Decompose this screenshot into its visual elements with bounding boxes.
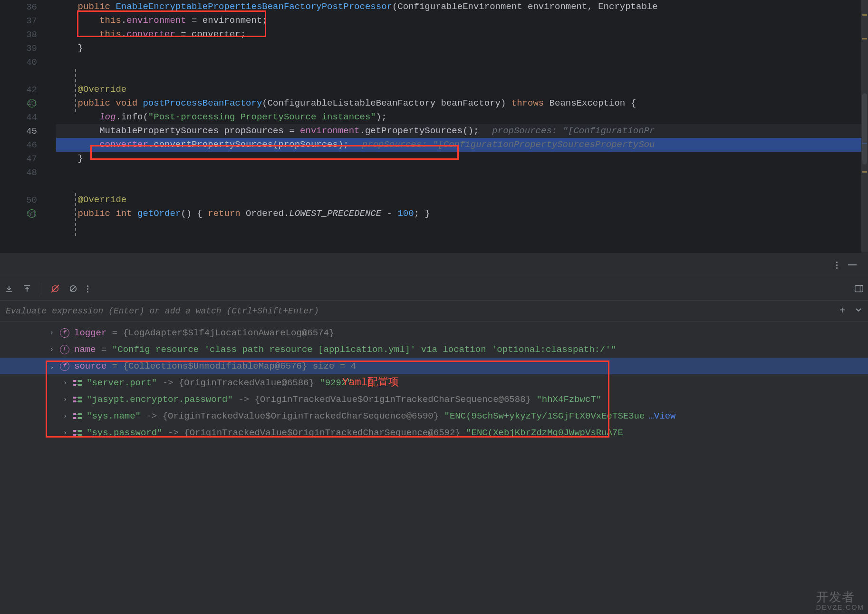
line-number[interactable]: 48 xyxy=(0,166,37,179)
code-editor[interactable]: 3637383940424344454647485051 public Enab… xyxy=(0,0,868,253)
variable-row[interactable]: ›"jasypt.encryptor.password" -> {OriginT… xyxy=(0,391,868,408)
layout-icon[interactable] xyxy=(855,284,863,293)
code-line[interactable]: @Override xyxy=(56,193,868,207)
variable-row[interactable]: ›fname = "Config resource 'class path re… xyxy=(0,341,868,358)
variables-tree[interactable]: ›flogger = {LogAdapter$Slf4jLocationAwar… xyxy=(0,322,868,441)
download-stack-icon[interactable] xyxy=(5,284,13,293)
field-badge-icon: f xyxy=(60,345,69,354)
add-watch-icon[interactable]: + xyxy=(839,305,845,316)
annotation-label: Yaml配置项 xyxy=(342,375,399,389)
svg-rect-12 xyxy=(73,417,76,419)
variable-text: name = "Config resource 'class path reso… xyxy=(74,344,616,355)
code-line[interactable]: this.converter = converter; xyxy=(56,28,868,41)
code-line[interactable]: @Override xyxy=(56,83,868,97)
mute-all-icon[interactable] xyxy=(69,284,77,293)
code-line[interactable]: public EnableEncryptablePropertiesBeanFa… xyxy=(56,0,868,14)
svg-rect-18 xyxy=(78,434,82,436)
minimize-icon[interactable] xyxy=(848,264,857,265)
line-number[interactable]: 38 xyxy=(0,28,37,41)
line-number[interactable]: 42 xyxy=(0,83,37,97)
svg-rect-8 xyxy=(73,400,76,402)
debug-panel: + ›flogger = {LogAdapter$Slf4jLocationAw… xyxy=(0,253,868,614)
variable-text: source = {Collections$UnmodifiableMap@65… xyxy=(74,361,356,371)
svg-rect-16 xyxy=(73,434,76,436)
map-entry-icon xyxy=(73,380,82,386)
debug-topbar xyxy=(0,253,868,277)
code-line[interactable] xyxy=(56,69,868,83)
chevron-icon[interactable]: › xyxy=(48,329,55,337)
upload-stack-icon[interactable] xyxy=(23,284,31,293)
svg-rect-4 xyxy=(73,384,76,386)
override-gutter-icon[interactable] xyxy=(28,99,36,107)
variable-row[interactable]: ›"sys.name" -> {OriginTrackedValue$Origi… xyxy=(0,408,868,424)
chevron-icon[interactable]: › xyxy=(62,396,68,403)
cursor-guide xyxy=(75,193,76,236)
variable-text: "sys.name" -> {OriginTrackedValue$Origin… xyxy=(87,411,675,421)
chevron-icon[interactable]: › xyxy=(48,346,55,353)
more-icon[interactable] xyxy=(836,262,838,269)
expand-all-icon[interactable] xyxy=(855,306,862,316)
map-entry-icon xyxy=(73,413,82,419)
line-number[interactable]: 36 xyxy=(0,0,37,14)
code-line[interactable]: } xyxy=(56,152,868,166)
line-number[interactable] xyxy=(0,179,37,193)
mute-breakpoint-icon[interactable] xyxy=(51,284,59,293)
more-debug-icon[interactable] xyxy=(87,285,88,292)
code-line[interactable]: MutablePropertySources propSources = env… xyxy=(56,124,868,138)
variable-row[interactable]: ›"server.port" -> {OriginTrackedValue@65… xyxy=(0,374,868,391)
code-line[interactable] xyxy=(56,166,868,179)
code-line[interactable]: public int getOrder() { return Ordered.L… xyxy=(56,207,868,221)
line-number[interactable]: 37 xyxy=(0,14,37,28)
variable-row[interactable]: ›"sys.password" -> {OriginTrackedValue$O… xyxy=(0,424,868,441)
line-number[interactable]: 47 xyxy=(0,152,37,166)
field-badge-icon: f xyxy=(60,328,69,338)
variable-text: "jasypt.encryptor.password" -> {OriginTr… xyxy=(87,394,601,405)
svg-rect-14 xyxy=(78,417,82,419)
chevron-icon[interactable]: ⌄ xyxy=(48,362,55,370)
code-line[interactable]: } xyxy=(56,41,868,55)
svg-rect-17 xyxy=(78,430,82,432)
line-number[interactable]: 50 xyxy=(0,193,37,207)
code-line[interactable]: log.info("Post-processing PropertySource… xyxy=(56,110,868,124)
code-line[interactable] xyxy=(56,55,868,69)
svg-rect-5 xyxy=(78,380,82,382)
svg-rect-11 xyxy=(73,413,76,415)
line-number[interactable]: 39 xyxy=(0,41,37,55)
field-badge-icon: f xyxy=(60,361,69,371)
svg-rect-7 xyxy=(73,397,76,399)
code-line[interactable] xyxy=(56,179,868,193)
line-number[interactable]: 45 xyxy=(0,124,37,138)
editor-scrollbar[interactable] xyxy=(862,93,867,165)
inline-debug-value: propSources: "[ConfigurationPr xyxy=(479,126,655,136)
line-number[interactable]: 46 xyxy=(0,138,37,152)
code-line[interactable]: converter.convertPropertySources(propSou… xyxy=(56,138,868,152)
variable-text: logger = {LogAdapter$Slf4jLocationAwareL… xyxy=(74,328,334,338)
evaluate-input[interactable] xyxy=(6,306,830,316)
view-link[interactable]: …View xyxy=(648,411,675,421)
chevron-icon[interactable]: › xyxy=(62,379,68,387)
code-line[interactable]: public void postProcessBeanFactory(Confi… xyxy=(56,97,868,110)
variable-row[interactable]: ›flogger = {LogAdapter$Slf4jLocationAwar… xyxy=(0,324,868,341)
svg-rect-9 xyxy=(78,397,82,399)
variable-text: "sys.password" -> {OriginTrackedValue$Or… xyxy=(87,428,623,438)
code-line[interactable]: this.environment = environment; xyxy=(56,14,868,28)
svg-rect-6 xyxy=(78,384,82,386)
line-number[interactable]: 40 xyxy=(0,55,37,69)
line-number-gutter[interactable]: 3637383940424344454647485051 xyxy=(0,0,51,253)
separator xyxy=(41,283,41,295)
variable-row-selected[interactable]: ⌄fsource = {Collections$UnmodifiableMap@… xyxy=(0,358,868,374)
line-number[interactable] xyxy=(0,69,37,83)
inline-debug-value: propSources: "[ConfigurationPropertySour… xyxy=(349,139,655,150)
code-area[interactable]: public EnableEncryptablePropertiesBeanFa… xyxy=(56,0,868,221)
debug-toolbar xyxy=(0,277,868,301)
line-number[interactable]: 44 xyxy=(0,110,37,124)
evaluate-row: + xyxy=(0,301,868,322)
chevron-icon[interactable]: › xyxy=(62,429,68,437)
map-entry-icon xyxy=(73,396,82,403)
variable-text: "server.port" -> {OriginTrackedValue@658… xyxy=(87,378,352,388)
svg-rect-10 xyxy=(78,400,82,402)
svg-rect-15 xyxy=(73,430,76,432)
map-entry-icon xyxy=(73,429,82,436)
chevron-icon[interactable]: › xyxy=(62,412,68,420)
override-gutter-icon[interactable] xyxy=(28,209,36,218)
